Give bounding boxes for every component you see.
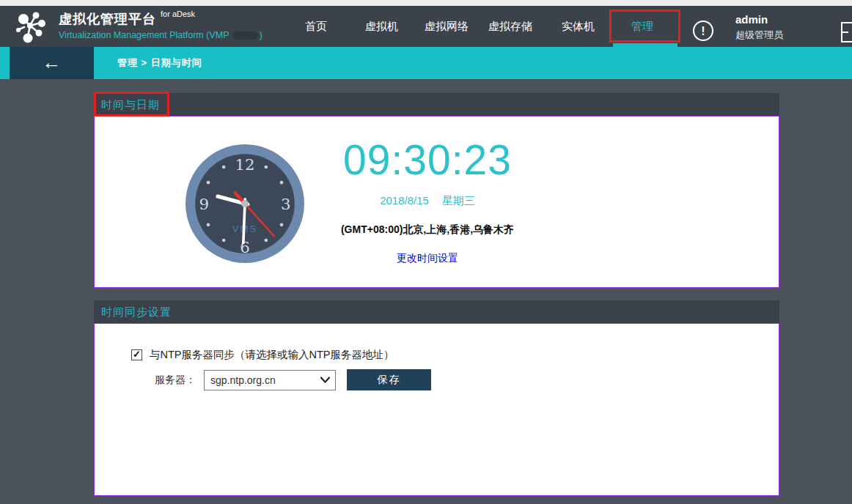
window-top-strip [0, 0, 852, 6]
redacted-version-blob [233, 32, 258, 40]
ntp-sync-label: 与NTP服务器同步（请选择或输入NTP服务器地址） [150, 348, 394, 362]
vmp-app-window: 虚拟化管理平台for aDesk Virtualization Manageme… [0, 0, 852, 504]
timezone-label: (GMT+08:00)北京,上海,香港,乌鲁木齐 [251, 223, 603, 237]
server-label: 服务器： [155, 374, 196, 387]
date-row: 2018/8/15星期三 [251, 194, 603, 208]
app-title-block: 虚拟化管理平台for aDesk Virtualization Manageme… [59, 10, 262, 40]
svg-text:!: ! [701, 25, 705, 37]
breadcrumb-bar: ← 管理 > 日期与时间 [0, 47, 852, 79]
time-info-column: 09:30:23 2018/8/15星期三 (GMT+08:00)北京,上海,香… [251, 138, 603, 265]
nav-item-virtual-storage[interactable]: 虚拟存储 [488, 6, 532, 47]
ntp-server-select-wrap: sgp.ntp.org.cn [204, 370, 336, 390]
datetime-section-header: 时间与日期 [94, 93, 779, 116]
datetime-section-title: 时间与日期 [101, 98, 160, 111]
app-header: 虚拟化管理平台for aDesk Virtualization Manageme… [0, 6, 852, 47]
user-block[interactable]: admin 超级管理员 [735, 13, 783, 42]
weekday-value: 星期三 [442, 194, 475, 207]
back-button[interactable]: ← [10, 47, 94, 79]
save-button[interactable]: 保存 [347, 369, 431, 390]
user-name: admin [735, 13, 783, 26]
sync-section-header: 时间同步设置 [94, 300, 779, 323]
logout-icon[interactable] [841, 22, 852, 42]
app-title: 虚拟化管理平台 [59, 10, 156, 28]
breadcrumb: 管理 > 日期与时间 [117, 47, 202, 79]
date-value: 2018/8/15 [380, 194, 429, 207]
nav-item-virtual-network[interactable]: 虚拟网络 [425, 6, 469, 47]
digital-time: 09:30:23 [251, 138, 603, 182]
change-time-settings-link[interactable]: 更改时间设置 [397, 252, 458, 264]
nav-item-home[interactable]: 首页 [305, 6, 327, 47]
alert-icon[interactable]: ! [692, 20, 714, 42]
ntp-server-select[interactable]: sgp.ntp.org.cn [204, 370, 336, 390]
clock-center-cap [241, 200, 249, 207]
checkmark-icon: ✓ [133, 349, 141, 360]
clock-numeral-9: 9 [199, 195, 210, 213]
app-subtitle: Virtualization Management Platform (VMP … [59, 30, 262, 40]
clock-numeral-6: 6 [240, 238, 250, 256]
sync-section-title: 时间同步设置 [101, 305, 172, 318]
datetime-panel: 12 3 6 9 VMS 09:30:23 2018/8/15星期三 [94, 116, 779, 288]
back-arrow-icon: ← [43, 51, 62, 73]
nav-item-management[interactable]: 管理 [631, 6, 653, 47]
sync-panel: ✓ 与NTP服务器同步（请选择或输入NTP服务器地址） 服务器： sgp.ntp… [94, 323, 779, 496]
logo-molecule-icon [13, 10, 47, 43]
nav-item-virtual-machine[interactable]: 虚拟机 [365, 6, 398, 47]
user-role: 超级管理员 [735, 29, 783, 42]
nav-item-physical-machine[interactable]: 实体机 [562, 6, 595, 47]
app-title-superscript: for aDesk [161, 10, 195, 18]
ntp-sync-checkbox[interactable]: ✓ [131, 349, 142, 360]
